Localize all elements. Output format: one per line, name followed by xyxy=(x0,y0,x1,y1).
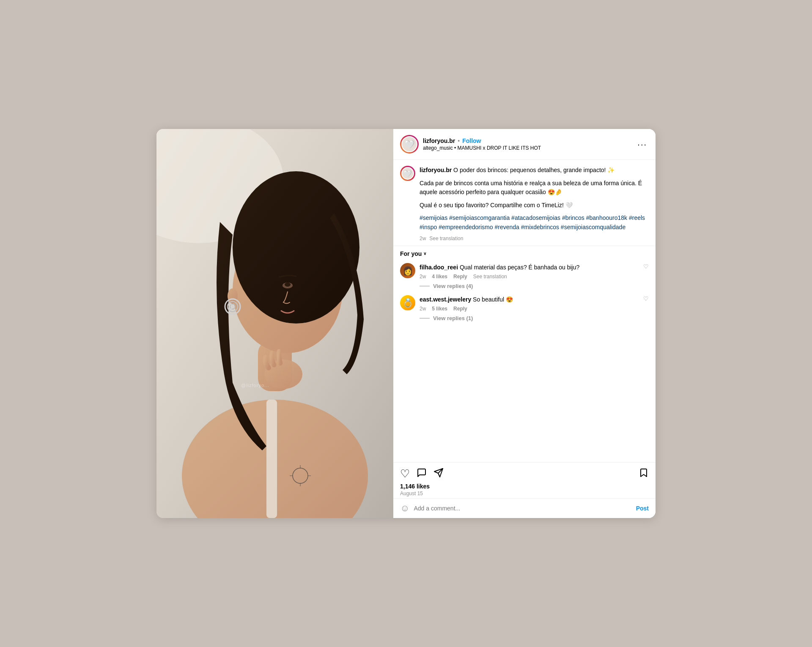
view-replies-text-1: View replies (4) xyxy=(433,283,473,289)
comment-heart-2[interactable]: ♡ xyxy=(643,295,649,302)
caption-meta: 2w See translation xyxy=(420,236,649,241)
comment-see-translation-1[interactable]: See translation xyxy=(473,274,507,280)
view-replies-line-1 xyxy=(420,286,430,286)
comment-face-2: 💍 xyxy=(403,298,413,308)
comment-likes-2: 5 likes xyxy=(432,306,447,312)
action-bar: ♡ xyxy=(393,462,656,482)
for-you-text: For you xyxy=(400,250,422,257)
post-header: 🤍 lizforyou.br • Follow altego_music • M… xyxy=(393,129,656,160)
emoji-button[interactable]: ☺ xyxy=(400,503,409,514)
separator-dot: • xyxy=(458,137,460,144)
add-comment-input[interactable] xyxy=(414,505,631,512)
comment-reply-button-1[interactable]: Reply xyxy=(453,274,467,280)
comment-username-1[interactable]: filha.doo_reei xyxy=(420,264,458,271)
spacer xyxy=(393,331,656,462)
caption-avatar-ring[interactable]: 🤍 xyxy=(400,166,415,181)
comment-avatar-1[interactable]: 👩 xyxy=(400,263,415,278)
view-replies-2[interactable]: View replies (1) xyxy=(420,315,639,321)
comment-likes-1: 4 likes xyxy=(432,274,447,280)
post-comment-button[interactable]: Post xyxy=(636,505,649,512)
likes-count[interactable]: 1,146 likes xyxy=(400,483,649,490)
comments-area: 👩 filha.doo_reei Qual material das peças… xyxy=(393,260,656,331)
caption-main-text: O poder dos brincos: pequenos detalhes, … xyxy=(452,167,614,173)
comment-face-1: 👩 xyxy=(403,266,413,276)
view-replies-line-2 xyxy=(420,318,430,318)
caption-avatar-inner: 🤍 xyxy=(401,167,414,180)
comment-username-2[interactable]: east.west.jewelery xyxy=(420,296,471,303)
comment-avatar-2[interactable]: 💍 xyxy=(400,295,415,310)
for-you-chevron: ∨ xyxy=(423,251,426,256)
follow-button[interactable]: Follow xyxy=(462,137,481,144)
caption-avatar-icon: 🤍 xyxy=(403,170,412,178)
comment-body-1: filha.doo_reei Qual material das peças? … xyxy=(420,263,639,289)
caption-text: lizforyou.br O poder dos brincos: pequen… xyxy=(420,166,649,175)
comment-item-2: 💍 east.west.jewelery So beautiful 😍 2w 5… xyxy=(400,295,649,321)
avatar-icon: 🤍 xyxy=(404,139,415,149)
comment-button[interactable] xyxy=(417,468,427,480)
caption-time: 2w xyxy=(420,236,426,241)
caption-area: 🤍 lizforyou.br O poder dos brincos: pequ… xyxy=(393,160,656,246)
svg-point-18 xyxy=(264,359,302,389)
header-top-row: lizforyou.br • Follow xyxy=(423,137,631,144)
comment-content-2: So beautiful 😍 xyxy=(471,296,513,303)
caption-text-block: lizforyou.br O poder dos brincos: pequen… xyxy=(420,166,649,241)
comment-time-1: 2w xyxy=(420,274,426,280)
view-replies-text-2: View replies (1) xyxy=(433,315,473,321)
profile-avatar: 🤍 xyxy=(401,136,417,152)
caption-username[interactable]: lizforyou.br xyxy=(420,167,452,173)
comment-text-1: filha.doo_reei Qual material das peças? … xyxy=(420,263,639,272)
bookmark-button[interactable] xyxy=(639,468,649,480)
comment-reply-button-2[interactable]: Reply xyxy=(453,306,467,312)
post-info-panel: 🤍 lizforyou.br • Follow altego_music • M… xyxy=(393,129,656,518)
comment-body-2: east.west.jewelery So beautiful 😍 2w 5 l… xyxy=(420,295,639,321)
svg-text:@lizforyo...: @lizforyo... xyxy=(241,383,269,388)
send-button[interactable] xyxy=(433,468,444,480)
svg-rect-12 xyxy=(266,400,277,518)
svg-point-7 xyxy=(285,282,291,287)
comment-meta-1: 2w 4 likes Reply See translation xyxy=(420,274,639,280)
caption-paragraph2: Qual é o seu tipo favorito? Compartilhe … xyxy=(420,201,649,210)
instagram-post-card: @lizforyo... 🤍 lizforyou.br • Follow alt… xyxy=(156,129,656,518)
caption-row: 🤍 lizforyou.br O poder dos brincos: pequ… xyxy=(400,166,649,241)
comment-meta-2: 2w 5 likes Reply xyxy=(420,306,639,312)
header-info: lizforyou.br • Follow altego_music • MAM… xyxy=(423,137,631,151)
add-comment-bar: ☺ Post xyxy=(393,498,656,518)
for-you-label[interactable]: For you ∨ xyxy=(400,250,649,257)
view-replies-1[interactable]: View replies (4) xyxy=(420,283,639,289)
comment-content-1: Qual material das peças? É banhada ou bi… xyxy=(458,264,579,271)
post-photo: @lizforyo... xyxy=(156,129,393,518)
svg-point-5 xyxy=(233,171,359,324)
caption-hashtags: #semijoias #semijoiascomgarantia #atacad… xyxy=(420,213,649,232)
for-you-section: For you ∨ xyxy=(393,246,656,260)
more-options-button[interactable]: ··· xyxy=(636,138,649,151)
profile-avatar-ring[interactable]: 🤍 xyxy=(400,135,419,154)
caption-paragraph1: Cada par de brincos conta uma história e… xyxy=(420,179,649,197)
comment-heart-1[interactable]: ♡ xyxy=(643,263,649,270)
comment-item: 👩 filha.doo_reei Qual material das peças… xyxy=(400,263,649,289)
comment-text-2: east.west.jewelery So beautiful 😍 xyxy=(420,295,639,304)
music-info: altego_music • MAMUSHI x DROP IT LIKE IT… xyxy=(423,145,631,151)
post-date: August 15 xyxy=(400,491,649,496)
heart-button[interactable]: ♡ xyxy=(400,468,410,479)
post-username[interactable]: lizforyou.br xyxy=(423,137,455,144)
comment-time-2: 2w xyxy=(420,306,426,312)
likes-section: 1,146 likes August 15 xyxy=(393,482,656,498)
see-translation-link[interactable]: See translation xyxy=(429,236,463,241)
